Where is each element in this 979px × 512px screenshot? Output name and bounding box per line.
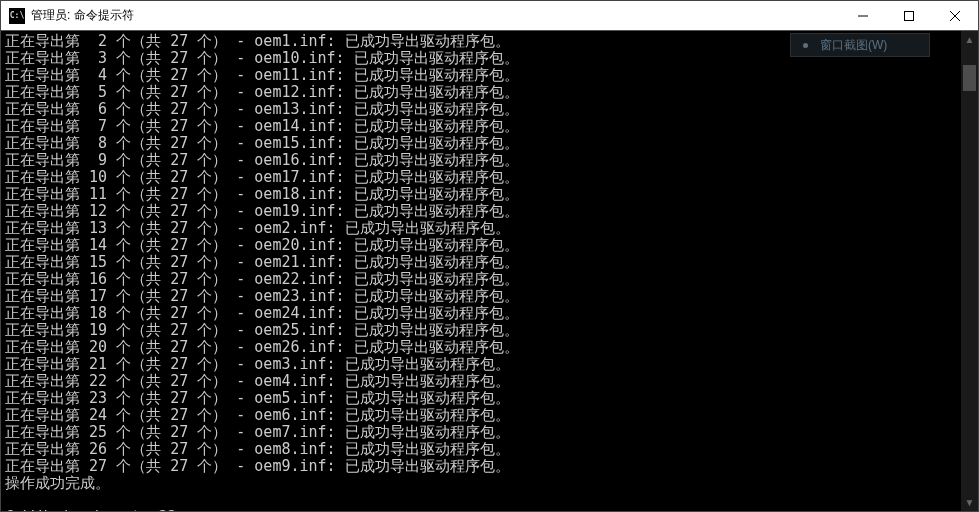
- screenshot-overlay-button[interactable]: 窗口截图(W): [790, 33, 930, 57]
- maximize-icon: [904, 11, 914, 21]
- window-frame: C:\ 管理员: 命令提示符 正在导出第 2 个（共 27 个） - oem1.…: [0, 0, 979, 512]
- svg-rect-1: [905, 11, 914, 20]
- minimize-icon: [858, 11, 868, 21]
- close-icon: [950, 11, 960, 21]
- titlebar[interactable]: C:\ 管理员: 命令提示符: [1, 1, 978, 31]
- console-output[interactable]: 正在导出第 2 个（共 27 个） - oem1.inf: 已成功导出驱动程序包…: [1, 31, 961, 511]
- scroll-thumb[interactable]: [963, 65, 976, 91]
- scroll-up-icon[interactable]: ▲: [961, 31, 978, 48]
- app-icon: C:\: [9, 8, 25, 24]
- close-button[interactable]: [932, 1, 978, 30]
- window-controls: [840, 1, 978, 30]
- minimize-button[interactable]: [840, 1, 886, 30]
- window-title: 管理员: 命令提示符: [31, 7, 840, 24]
- maximize-button[interactable]: [886, 1, 932, 30]
- bullet-icon: [803, 43, 808, 48]
- client-area: 正在导出第 2 个（共 27 个） - oem1.inf: 已成功导出驱动程序包…: [1, 31, 978, 511]
- scroll-down-icon[interactable]: ▼: [961, 494, 978, 511]
- vertical-scrollbar[interactable]: ▲ ▼: [961, 31, 978, 511]
- overlay-label: 窗口截图(W): [820, 37, 887, 54]
